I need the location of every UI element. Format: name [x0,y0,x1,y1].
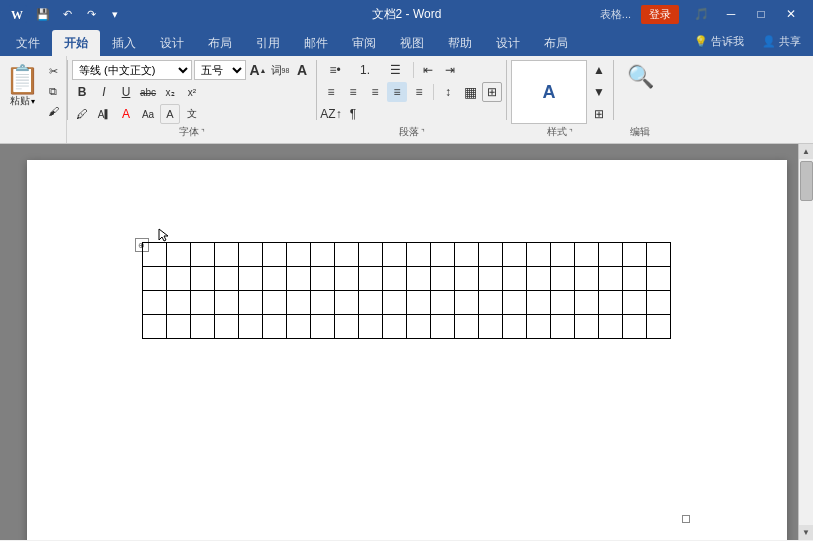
table-cell[interactable] [478,315,502,339]
redo-quick-btn[interactable]: ↷ [80,3,102,25]
table-cell[interactable] [550,243,574,267]
table-cell[interactable] [574,315,598,339]
styles-box[interactable]: A [511,60,587,124]
justify-btn[interactable]: ≡ [387,82,407,102]
border-btn[interactable]: ⊞ [482,82,502,102]
shading-btn[interactable]: ▦ [460,82,480,102]
login-button[interactable]: 登录 [641,5,679,24]
paste-button[interactable]: 📋 粘贴 ▾ [2,60,42,114]
table-cell[interactable] [550,291,574,315]
table-cell[interactable] [622,291,646,315]
align-left-btn[interactable]: ≡ [321,82,341,102]
table-cell[interactable] [454,243,478,267]
table-cell[interactable] [142,267,166,291]
table-cell[interactable] [310,315,334,339]
save-quick-btn[interactable]: 💾 [32,3,54,25]
tab-mailings[interactable]: 邮件 [292,30,340,56]
bullets-btn[interactable]: ≡• [321,60,349,80]
table-cell[interactable] [286,243,310,267]
table-cell[interactable] [406,267,430,291]
text-highlight-btn[interactable]: 🖊 [72,104,92,124]
font-color-btn[interactable]: A [116,104,136,124]
table-cell[interactable] [190,243,214,267]
tab-home[interactable]: 开始 [52,30,100,56]
table-cell[interactable] [502,243,526,267]
ribbon-toggle-btn[interactable]: 🎵 [687,4,715,24]
table-cell[interactable] [262,291,286,315]
table-cell[interactable] [526,243,550,267]
table-cell[interactable] [190,267,214,291]
char-shading-btn[interactable]: A▌ [94,104,114,124]
table-cell[interactable] [622,267,646,291]
table-cell[interactable] [334,243,358,267]
superscript-button[interactable]: x² [182,82,202,102]
table-cell[interactable] [406,315,430,339]
table-cell[interactable] [574,291,598,315]
scroll-down-btn[interactable]: ▼ [799,525,814,540]
table-cell[interactable] [406,243,430,267]
scroll-up-btn[interactable]: ▲ [799,144,814,159]
case-btn[interactable]: Aa [138,104,158,124]
paste-dropdown-icon[interactable]: ▾ [31,97,35,106]
table-cell[interactable] [550,267,574,291]
table-cell[interactable] [310,267,334,291]
table-cell[interactable] [454,267,478,291]
table-cell[interactable] [142,291,166,315]
tell-me-btn[interactable]: 💡 告诉我 [686,28,752,54]
cut-button[interactable]: ✂ [42,62,64,80]
table-cell[interactable] [574,243,598,267]
table-cell[interactable] [382,315,406,339]
table-cell[interactable] [334,267,358,291]
styles-expand-icon[interactable]: ⌝ [569,128,573,137]
table-cell[interactable] [238,291,262,315]
distribute-btn[interactable]: ≡ [409,82,429,102]
minimize-btn[interactable]: ─ [717,4,745,24]
table-cell[interactable] [550,315,574,339]
word-table[interactable] [142,242,671,339]
tab-view[interactable]: 视图 [388,30,436,56]
tab-layout[interactable]: 布局 [196,30,244,56]
table-cell[interactable] [166,243,190,267]
sort-btn[interactable]: AZ↑ [321,104,341,124]
format-painter-button[interactable]: 🖌 [42,102,64,120]
decrease-indent-btn[interactable]: ⇤ [418,60,438,80]
table-cell[interactable] [526,291,550,315]
share-btn[interactable]: 👤 共享 [754,28,809,54]
table-cell[interactable] [406,291,430,315]
table-cell[interactable] [502,267,526,291]
table-cell[interactable] [598,243,622,267]
increase-indent-btn[interactable]: ⇥ [440,60,460,80]
clear-format-btn[interactable]: 词98 [270,60,290,80]
table-cell[interactable] [454,315,478,339]
table-cell[interactable] [430,291,454,315]
close-btn[interactable]: ✕ [777,4,805,24]
table-cell[interactable] [454,291,478,315]
table-cell[interactable] [646,315,670,339]
table-cell[interactable] [286,291,310,315]
table-cell[interactable] [310,291,334,315]
table-cell[interactable] [142,243,166,267]
tab-table-design[interactable]: 设计 [484,30,532,56]
table-cell[interactable] [502,315,526,339]
font-expand-icon[interactable]: ⌝ [201,128,205,137]
align-right-btn[interactable]: ≡ [365,82,385,102]
table-cell[interactable] [358,243,382,267]
table-cell[interactable] [310,243,334,267]
table-cell[interactable] [502,291,526,315]
tab-help[interactable]: 帮助 [436,30,484,56]
multilevel-btn[interactable]: ☰ [381,60,409,80]
subscript-button[interactable]: x₂ [160,82,180,102]
tab-insert[interactable]: 插入 [100,30,148,56]
table-cell[interactable] [214,291,238,315]
table-cell[interactable] [526,315,550,339]
table-cell[interactable] [478,243,502,267]
table-cell[interactable] [646,267,670,291]
customize-quick-btn[interactable]: ▾ [104,3,126,25]
align-center-btn[interactable]: ≡ [343,82,363,102]
table-cell[interactable] [238,267,262,291]
underline-button[interactable]: U [116,82,136,102]
table-cell[interactable] [166,291,190,315]
table-cell[interactable] [526,267,550,291]
undo-quick-btn[interactable]: ↶ [56,3,78,25]
tab-file[interactable]: 文件 [4,30,52,56]
